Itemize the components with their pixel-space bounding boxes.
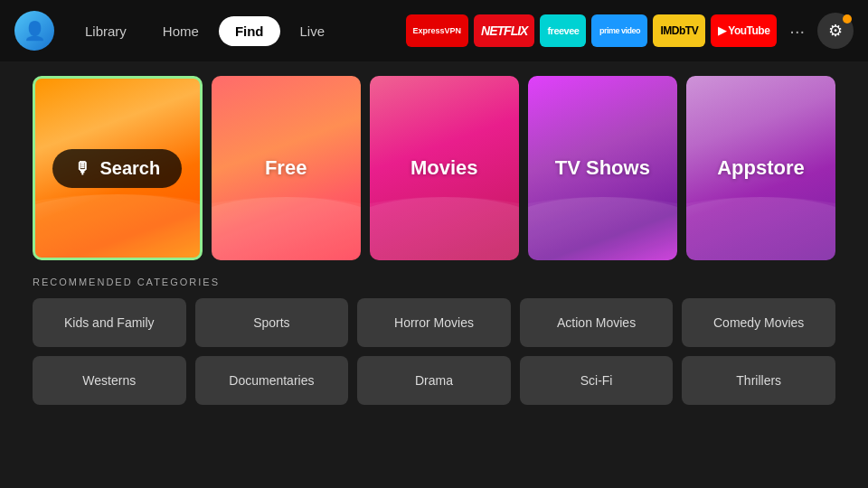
settings-badge — [843, 14, 852, 23]
tvshows-tile[interactable]: TV Shows — [528, 76, 677, 260]
gear-icon: ⚙ — [828, 21, 843, 41]
more-button[interactable]: ··· — [782, 17, 812, 45]
category-tile-action-movies[interactable]: Action Movies — [520, 298, 674, 347]
movies-label: Movies — [410, 156, 478, 180]
tvshows-label: TV Shows — [555, 156, 650, 180]
mic-icon: 🎙 — [74, 159, 90, 178]
nav-library[interactable]: Library — [69, 16, 143, 46]
category-tile-comedy-movies[interactable]: Comedy Movies — [682, 298, 835, 347]
nav-find[interactable]: Find — [219, 16, 280, 46]
free-tile[interactable]: Free — [212, 76, 361, 260]
free-label: Free — [265, 156, 307, 180]
movies-tile[interactable]: Movies — [370, 76, 519, 260]
search-button[interactable]: 🎙 Search — [52, 149, 182, 188]
category-tile-sci-fi[interactable]: Sci-Fi — [520, 356, 674, 405]
appstore-label: Appstore — [717, 156, 805, 180]
settings-button[interactable]: ⚙ — [817, 13, 854, 49]
main-tile-grid: 🎙 Search Free Movies TV Shows Appstore — [0, 61, 868, 260]
nav-links: Library Home Find Live — [69, 16, 341, 46]
app-prime[interactable]: prime video — [591, 14, 647, 47]
nav-home[interactable]: Home — [146, 16, 215, 46]
search-label: Search — [99, 158, 160, 179]
category-tile-documentaries[interactable]: Documentaries — [195, 356, 349, 405]
app-youtube[interactable]: ▶ YouTube — [711, 14, 777, 47]
app-expressvpn[interactable]: ExpressVPN — [406, 14, 469, 47]
category-grid: Kids and FamilySportsHorror MoviesAction… — [33, 298, 835, 405]
search-tile[interactable]: 🎙 Search — [33, 76, 203, 260]
category-tile-horror-movies[interactable]: Horror Movies — [357, 298, 511, 347]
appstore-tile[interactable]: Appstore — [686, 76, 835, 260]
category-tile-kids-and-family[interactable]: Kids and Family — [33, 298, 186, 347]
app-freevee[interactable]: freevee — [540, 14, 586, 47]
app-netflix[interactable]: NETFLIX — [474, 14, 534, 47]
app-icons: ExpressVPN NETFLIX freevee prime video I… — [406, 13, 854, 49]
recommended-section: RECOMMENDED CATEGORIES Kids and FamilySp… — [0, 260, 868, 405]
top-nav: 👤 Library Home Find Live ExpressVPN NETF… — [0, 0, 868, 61]
category-tile-thrillers[interactable]: Thrillers — [682, 356, 835, 405]
app-imdb[interactable]: IMDbTV — [653, 14, 705, 47]
category-tile-westerns[interactable]: Westerns — [33, 356, 186, 405]
nav-live[interactable]: Live — [284, 16, 342, 46]
category-tile-drama[interactable]: Drama — [357, 356, 511, 405]
category-tile-sports[interactable]: Sports — [195, 298, 349, 347]
avatar[interactable]: 👤 — [14, 11, 54, 51]
recommended-title: RECOMMENDED CATEGORIES — [33, 277, 835, 287]
